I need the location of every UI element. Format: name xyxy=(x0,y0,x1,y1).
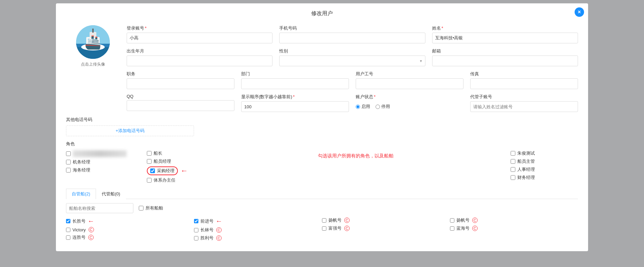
ships-tabs-section: 自管船(2) 代管船(0) 所有船舶 长胜号 xyxy=(66,189,578,241)
role-captain-label: 船长 xyxy=(154,150,162,156)
role-finance-item[interactable]: 财务经理 xyxy=(511,175,578,181)
ship-fuqiang-row: 富强号 C xyxy=(322,225,450,231)
role-hr-checkbox[interactable] xyxy=(511,167,515,172)
purchase-arrow-icon: ← xyxy=(181,166,188,175)
role-blurred-checkbox[interactable] xyxy=(66,151,71,156)
all-ships-checkbox[interactable] xyxy=(139,206,143,211)
ship-yangfan2-circle[interactable]: C xyxy=(472,218,478,223)
ship-yangfan1-circle[interactable]: C xyxy=(344,218,350,223)
role-purchase-checkbox[interactable] xyxy=(150,168,155,173)
ship-changlin-item[interactable]: 长林号 C xyxy=(194,227,322,233)
gender-label: 性别 xyxy=(279,48,425,54)
role-finance-checkbox[interactable] xyxy=(511,175,515,180)
ship-fuqiang-label: 富强号 xyxy=(328,225,342,231)
role-crew-manager-item[interactable]: 船员经理 xyxy=(147,158,214,164)
ship-changsheng-item[interactable]: 长胜号 xyxy=(66,218,86,224)
department-input[interactable] xyxy=(241,78,349,89)
phone-label: 手机号码 xyxy=(279,25,425,31)
qq-input[interactable] xyxy=(127,100,234,111)
ship-changlin-checkbox[interactable] xyxy=(194,228,198,232)
phone-input[interactable] xyxy=(279,33,425,43)
tab-self-ships[interactable]: 自管船(2) xyxy=(66,189,96,199)
display-order-label: 显示顺序(数字越小越靠前)* xyxy=(241,94,349,100)
ship-yangfan2-checkbox[interactable] xyxy=(450,218,454,223)
role-crew-admin-label: 船员主管 xyxy=(517,158,535,164)
ship-liansheng-item[interactable]: 连胜号 C xyxy=(66,234,194,240)
role-captain-item[interactable]: 船长 xyxy=(147,150,214,156)
ship-liansheng-label: 连胜号 xyxy=(72,234,86,240)
ship-victory-checkbox[interactable] xyxy=(66,228,70,232)
name-input[interactable] xyxy=(432,33,578,43)
ship-shengli-circle[interactable]: C xyxy=(216,235,222,241)
ship-victory-label: Victory xyxy=(72,227,86,232)
ship-fuqiang-checkbox[interactable] xyxy=(322,226,326,231)
all-ships-checkbox-item[interactable]: 所有船舶 xyxy=(139,205,163,211)
employee-id-input[interactable] xyxy=(356,78,463,89)
account-status-label: 账户状态* xyxy=(356,94,463,100)
ship-yangfan1-item[interactable]: 扬帆号 C xyxy=(322,217,450,223)
role-purchase-item[interactable]: 采购经理 xyxy=(147,166,178,175)
status-disabled-radio[interactable] xyxy=(376,105,380,109)
birth-input[interactable] xyxy=(127,55,272,66)
ship-liansheng-circle[interactable]: C xyxy=(88,235,94,240)
ship-shengli-checkbox[interactable] xyxy=(194,236,198,240)
ship-lanhai-item[interactable]: 蓝海号 C xyxy=(450,225,578,231)
role-haishi-checkbox[interactable] xyxy=(66,168,71,173)
ship-changsheng-checkbox[interactable] xyxy=(66,219,70,223)
modal-overlay: × 修改用户 xyxy=(0,0,644,267)
ship-qianjin-item[interactable]: 前进号 xyxy=(194,218,214,224)
form-row-3: 职务 部门 用户工号 传真 xyxy=(127,71,578,89)
role-system-checkbox[interactable] xyxy=(147,178,152,183)
gender-select[interactable]: 男 女 xyxy=(279,55,425,66)
ship-fuqiang-circle[interactable]: C xyxy=(344,226,350,231)
ship-shengli-row: 胜利号 C xyxy=(194,235,322,241)
ship-yangfan2-item[interactable]: 扬帆号 C xyxy=(450,217,578,223)
status-enabled-radio[interactable] xyxy=(356,105,360,109)
ship-changsheng-row: 长胜号 ← xyxy=(66,217,194,225)
ship-yangfan1-row: 扬帆号 C xyxy=(322,217,450,223)
avatar-upload-label[interactable]: 点击上传头像 xyxy=(81,62,105,67)
ship-fuqiang-item[interactable]: 富强号 C xyxy=(322,225,450,231)
ship-liansheng-checkbox[interactable] xyxy=(66,235,70,240)
role-crew-manager-checkbox[interactable] xyxy=(147,159,152,164)
avatar-image[interactable] xyxy=(76,25,110,59)
display-order-input[interactable] xyxy=(241,101,349,112)
ship-yangfan1-label: 扬帆号 xyxy=(328,217,342,223)
ship-victory-item[interactable]: Victory C xyxy=(66,227,194,232)
role-system-item[interactable]: 体系办主任 xyxy=(147,177,214,183)
email-input[interactable] xyxy=(432,55,578,66)
role-crew-admin-item[interactable]: 船员主管 xyxy=(511,158,578,164)
status-disabled-option[interactable]: 停用 xyxy=(376,104,390,110)
tab-proxy-ships[interactable]: 代管船(0) xyxy=(96,189,126,199)
role-zhujun-item[interactable]: 朱俊测试 xyxy=(511,150,578,156)
role-zhujun-label: 朱俊测试 xyxy=(517,150,535,156)
login-account-input[interactable] xyxy=(127,33,272,43)
role-crew-admin-checkbox[interactable] xyxy=(511,159,515,164)
ship-shengli-item[interactable]: 胜利号 C xyxy=(194,235,322,241)
ship-victory-circle[interactable]: C xyxy=(89,227,94,232)
role-zhujun-checkbox[interactable] xyxy=(511,151,515,156)
status-enabled-option[interactable]: 启用 xyxy=(356,104,370,110)
role-captain-checkbox[interactable] xyxy=(147,151,152,156)
email-label: 邮箱 xyxy=(432,48,578,54)
department-field: 部门 xyxy=(241,71,349,89)
name-field: 姓名* xyxy=(432,25,578,43)
role-hr-item[interactable]: 人事经理 xyxy=(511,166,578,173)
ship-qianjin-checkbox[interactable] xyxy=(194,219,198,223)
ship-lanhai-circle[interactable]: C xyxy=(472,226,478,231)
ship-lanhai-checkbox[interactable] xyxy=(450,226,454,231)
position-input[interactable] xyxy=(127,78,234,89)
fax-input[interactable] xyxy=(470,78,578,89)
ship-changlin-circle[interactable]: C xyxy=(216,227,222,233)
close-button[interactable]: × xyxy=(575,7,584,17)
role-jijing-item[interactable]: 机务经理 xyxy=(66,159,133,165)
role-haishi-item[interactable]: 海务经理 xyxy=(66,167,133,173)
proxy-account-input[interactable] xyxy=(470,101,578,112)
qq-field: QQ xyxy=(127,94,234,111)
ships-search-input[interactable] xyxy=(66,203,133,213)
ship-yangfan1-checkbox[interactable] xyxy=(322,218,326,223)
add-phone-button[interactable]: +添加电话号码 xyxy=(66,125,194,136)
svg-rect-4 xyxy=(86,37,100,45)
role-jijing-checkbox[interactable] xyxy=(66,160,71,164)
role-crew-manager-label: 船员经理 xyxy=(154,158,171,164)
